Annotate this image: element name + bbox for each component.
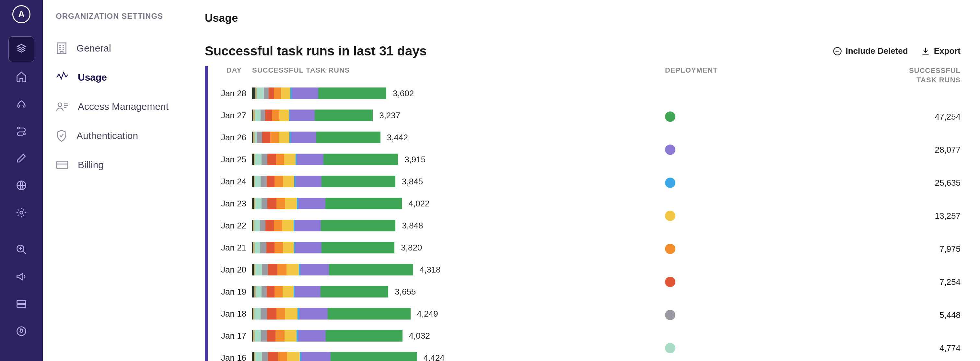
- bar-segment: [295, 286, 320, 297]
- chart-area: DAY SUCCESSFUL TASK RUNS Jan 283,602Jan …: [205, 66, 961, 361]
- legend-swatch: [665, 244, 675, 254]
- nav-settings[interactable]: [8, 200, 34, 226]
- legend-row[interactable]: 47,254: [665, 100, 961, 133]
- bar-segment: [277, 264, 286, 275]
- bar-track: [252, 308, 410, 320]
- bar-row[interactable]: Jan 253,915: [221, 148, 646, 170]
- nav-blocks[interactable]: [8, 36, 34, 62]
- bar-segment: [275, 176, 283, 187]
- bar-segment: [277, 308, 285, 320]
- bar-segment: [298, 330, 326, 342]
- bar-segment: [292, 87, 318, 99]
- bar-row[interactable]: Jan 263,442: [221, 126, 646, 148]
- page-title: Usage: [205, 12, 961, 24]
- svg-point-9: [58, 103, 62, 107]
- nav-path[interactable]: [8, 118, 34, 144]
- legend-row[interactable]: 13,257: [665, 199, 961, 232]
- nav-home[interactable]: [8, 64, 34, 89]
- bar-row[interactable]: Jan 164,424: [221, 347, 646, 361]
- main-content: Usage Successful task runs in last 31 da…: [205, 0, 980, 361]
- nav-rocket[interactable]: [8, 91, 34, 117]
- bar-row[interactable]: Jan 174,032: [221, 325, 646, 347]
- bar-total: 3,237: [379, 110, 400, 121]
- bar-segment: [255, 198, 261, 209]
- bar-segment: [255, 330, 261, 342]
- bar-segment: [318, 87, 386, 99]
- bar-row[interactable]: Jan 243,845: [221, 170, 646, 192]
- legend-swatch: [665, 178, 675, 188]
- bar-segment: [252, 286, 255, 297]
- bar-row[interactable]: Jan 213,820: [221, 237, 646, 259]
- nav-compass[interactable]: [8, 318, 34, 344]
- nav-globe[interactable]: [8, 172, 34, 198]
- bar-segment: [291, 132, 316, 143]
- bar-segment: [256, 286, 261, 297]
- sidebar-item-usage[interactable]: Usage: [56, 63, 192, 92]
- bar-segment: [269, 87, 274, 99]
- bar-segment: [262, 352, 268, 361]
- bar-day-label: Jan 17: [221, 331, 252, 341]
- app-logo[interactable]: A: [12, 5, 30, 23]
- bar-day-label: Jan 25: [221, 154, 252, 165]
- bar-segment: [286, 264, 299, 275]
- legend-header: DEPLOYMENT SUCCESSFUL TASK RUNS: [665, 66, 961, 84]
- legend-row[interactable]: 28,077: [665, 133, 961, 166]
- bar-segment: [275, 242, 283, 253]
- sidebar-item-access[interactable]: Access Management: [56, 92, 192, 121]
- nav-announce[interactable]: [8, 264, 34, 290]
- bar-segment: [268, 264, 277, 275]
- bar-row[interactable]: Jan 283,602: [221, 82, 646, 104]
- include-deleted-toggle[interactable]: Include Deleted: [833, 46, 908, 56]
- legend-runs-value: 47,254: [935, 112, 961, 122]
- export-button[interactable]: Export: [921, 46, 961, 56]
- legend-row[interactable]: 7,975: [665, 232, 961, 266]
- bar-segment: [262, 264, 268, 275]
- bar-segment: [255, 352, 262, 361]
- bar-row[interactable]: Jan 223,848: [221, 215, 646, 237]
- sidebar-item-billing[interactable]: Billing: [56, 150, 192, 180]
- bar-segment: [267, 154, 276, 165]
- bar-track: [252, 176, 395, 187]
- bar-row[interactable]: Jan 234,022: [221, 192, 646, 215]
- bar-segment: [321, 242, 395, 253]
- sidebar-item-auth[interactable]: Authentication: [56, 121, 192, 150]
- bar-segment: [255, 154, 261, 165]
- bar-track: [252, 110, 373, 121]
- bar-segment: [323, 154, 398, 165]
- settings-header: ORGANIZATION SETTINGS: [56, 12, 192, 21]
- bar-segment: [261, 198, 267, 209]
- bar-segment: [315, 110, 373, 121]
- bar-segment: [255, 308, 261, 320]
- legend-swatch: [665, 310, 675, 320]
- bar-segment: [255, 176, 261, 187]
- bar-total: 4,032: [409, 331, 430, 341]
- legend-row[interactable]: 25,635: [665, 166, 961, 199]
- legend-runs-value: 7,254: [940, 277, 961, 287]
- nav-edit[interactable]: [8, 145, 34, 171]
- sidebar-item-general[interactable]: General: [56, 34, 192, 63]
- nav-search-plus[interactable]: [8, 237, 34, 262]
- bar-track: [252, 352, 417, 361]
- bar-total: 3,820: [401, 243, 422, 253]
- bar-row[interactable]: Jan 184,249: [221, 303, 646, 325]
- bar-day-label: Jan 22: [221, 221, 252, 231]
- legend-row[interactable]: 5,448: [665, 299, 961, 331]
- legend-row[interactable]: 7,254: [665, 266, 961, 299]
- bar-total: 4,318: [420, 265, 441, 275]
- bar-row[interactable]: Jan 193,655: [221, 281, 646, 303]
- bar-segment: [255, 264, 262, 275]
- legend-swatch: [665, 343, 675, 353]
- bar-row[interactable]: Jan 273,237: [221, 104, 646, 126]
- bar-day-label: Jan 24: [221, 177, 252, 187]
- nav-server[interactable]: [8, 291, 34, 317]
- bar-segment: [272, 110, 279, 121]
- legend-row[interactable]: 4,774: [665, 331, 961, 361]
- include-deleted-label: Include Deleted: [846, 46, 908, 56]
- bar-segment: [261, 330, 267, 342]
- bar-total: 4,424: [423, 353, 445, 361]
- bar-segment: [267, 198, 277, 209]
- bar-total: 4,022: [408, 199, 430, 209]
- export-label: Export: [934, 46, 961, 56]
- bar-segment: [295, 242, 321, 253]
- bar-row[interactable]: Jan 204,318: [221, 259, 646, 281]
